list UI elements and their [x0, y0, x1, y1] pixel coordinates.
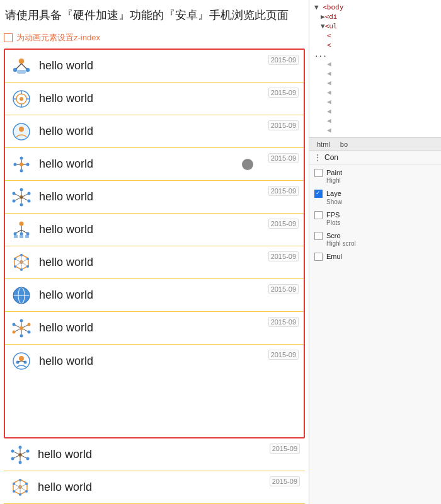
item-date: 2015-09: [268, 350, 299, 360]
svg-line-78: [15, 329, 20, 331]
paint-label: Paint: [326, 168, 342, 177]
tree-item[interactable]: ◀: [309, 59, 441, 69]
svg-point-87: [19, 445, 22, 449]
list-item[interactable]: hello world 2015-09: [5, 50, 304, 83]
item-date: 2015-09: [268, 251, 299, 261]
item-date: 2015-09: [268, 120, 299, 130]
svg-line-79: [15, 325, 20, 328]
paint-sublabel: Highl: [326, 177, 342, 184]
item-title: hello world: [38, 448, 270, 461]
list-item-outside[interactable]: hello world 2015-09: [4, 471, 305, 504]
svg-point-83: [24, 361, 27, 364]
scroll-checkbox[interactable]: [314, 232, 323, 240]
item-date: 2015-09: [268, 317, 299, 327]
tree-item[interactable]: <: [309, 31, 441, 40]
fps-option: FPS Plots: [326, 210, 340, 226]
scroll-option: Scro Highl scrol: [326, 231, 356, 247]
list-item[interactable]: hello world 2015-09: [5, 83, 304, 115]
svg-line-75: [23, 325, 28, 328]
list-item[interactable]: hello world 2015-09: [5, 181, 304, 214]
list-item[interactable]: hello world 2015-09: [5, 148, 304, 181]
item-title: hello world: [39, 256, 268, 269]
paint-checkbox[interactable]: [314, 169, 323, 177]
svg-rect-5: [17, 70, 26, 74]
svg-point-18: [20, 169, 23, 172]
three-dots-icon[interactable]: ⋮: [313, 152, 322, 163]
list-item[interactable]: hello world 2015-09: [5, 312, 304, 345]
option-row: Scro Highl scrol: [314, 231, 436, 247]
svg-point-20: [26, 163, 30, 166]
tree-item[interactable]: ◀: [309, 88, 441, 97]
svg-point-54: [20, 268, 23, 271]
tree-item[interactable]: ◀: [309, 125, 441, 135]
tree-item[interactable]: ◀: [309, 116, 441, 125]
scroll-label: Scro: [326, 231, 356, 240]
svg-line-59: [21, 262, 27, 266]
checkbox-row[interactable]: 为动画元素设置z-index: [4, 32, 305, 43]
svg-point-70: [28, 330, 31, 333]
option-row: FPS Plots: [314, 210, 436, 226]
item-icon: [10, 317, 33, 340]
paint-option: Paint Highl: [326, 168, 342, 184]
svg-point-89: [26, 457, 30, 460]
svg-line-76: [23, 329, 28, 331]
scroll-indicator: [242, 159, 253, 170]
svg-point-71: [20, 334, 23, 337]
list-item[interactable]: hello world 2015-09: [5, 246, 304, 279]
tree-item[interactable]: <: [309, 40, 441, 50]
emul-checkbox[interactable]: [314, 253, 323, 261]
tab-html[interactable]: html: [312, 138, 335, 151]
svg-point-31: [13, 192, 16, 195]
svg-point-81: [19, 356, 24, 361]
list-item[interactable]: hello world 2015-09: [5, 115, 304, 148]
svg-rect-47: [20, 235, 23, 238]
devtools-panel: ▼ <body ▶<di ▼<ul < < ... ◀ ◀ ◀ ◀ ◀ ◀ ◀ …: [309, 0, 441, 504]
item-date: 2015-09: [268, 219, 299, 229]
tab-bo[interactable]: bo: [335, 138, 353, 151]
item-icon: [10, 153, 33, 176]
tree-item[interactable]: ◀: [309, 97, 441, 106]
svg-point-38: [20, 221, 24, 226]
z-index-checkbox[interactable]: [4, 33, 13, 42]
emul-label: Emul: [326, 252, 342, 261]
tree-item[interactable]: ◀: [309, 78, 441, 88]
svg-point-28: [28, 199, 31, 202]
list-item[interactable]: hello world 2015-09: [5, 345, 304, 377]
item-date: 2015-09: [268, 186, 299, 196]
svg-point-91: [11, 457, 14, 460]
list-item[interactable]: hello world 2015-09: [5, 279, 304, 312]
option-row: Laye Show: [314, 189, 436, 205]
main-list: hello world 2015-09 hello world 2015-09: [4, 49, 305, 438]
svg-point-40: [20, 232, 23, 235]
devtools-tree: ▼ <body ▶<di ▼<ul < < ... ◀ ◀ ◀ ◀ ◀ ◀ ◀ …: [309, 0, 441, 138]
tree-item[interactable]: ▼ <body: [309, 3, 441, 12]
svg-point-104: [19, 493, 21, 496]
svg-point-82: [16, 361, 20, 364]
layer-checkbox[interactable]: [314, 190, 323, 198]
layer-sublabel: Show: [326, 198, 342, 205]
item-icon: [10, 284, 33, 307]
page-title: 请使用具备『硬件加速』功能的『安卓』手机浏览此页面: [4, 5, 305, 26]
option-row: Emul: [314, 252, 436, 261]
tree-item[interactable]: ▼<ul: [309, 21, 441, 31]
svg-point-88: [26, 449, 30, 452]
tree-item[interactable]: ◀: [309, 69, 441, 78]
item-title: hello world: [39, 125, 268, 138]
item-title: hello world: [39, 223, 268, 236]
item-date: 2015-09: [268, 153, 299, 163]
fps-label: FPS: [326, 210, 340, 219]
tree-item[interactable]: ◀: [309, 106, 441, 116]
left-panel: 请使用具备『硬件加速』功能的『安卓』手机浏览此页面 为动画元素设置z-index…: [0, 0, 309, 504]
svg-line-61: [16, 262, 21, 266]
list-item-outside[interactable]: hello world 2015-09: [4, 438, 305, 471]
svg-line-3: [16, 64, 21, 69]
svg-point-90: [19, 461, 22, 464]
scroll-sublabel: Highl scrol: [326, 240, 356, 247]
fps-checkbox[interactable]: [314, 211, 323, 219]
item-icon: [9, 476, 32, 499]
item-title: hello world: [39, 158, 268, 171]
item-icon: [10, 55, 33, 77]
layer-label: Laye: [326, 189, 342, 198]
tree-item[interactable]: ▶<di: [309, 12, 441, 21]
list-item[interactable]: hello world 2015-09: [5, 214, 304, 246]
